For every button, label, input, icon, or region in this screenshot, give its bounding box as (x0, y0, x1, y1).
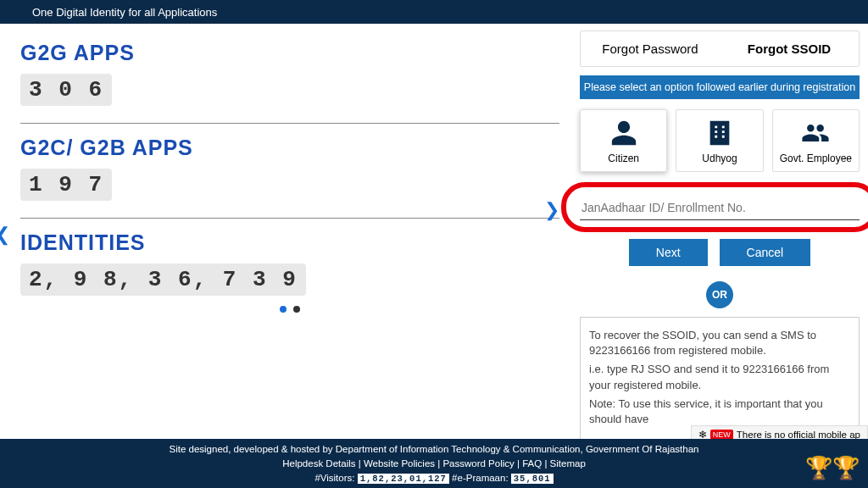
note-line: i.e. type RJ SSO and send it to 92231661… (589, 362, 850, 392)
next-button[interactable]: Next (629, 239, 708, 266)
option-label: Udhyog (702, 152, 737, 164)
carousel-prev-icon[interactable]: ❮ (0, 224, 10, 246)
option-label: Citizen (608, 152, 639, 164)
trophy-icons: 🏆🏆 (805, 452, 860, 485)
sms-recovery-note: To recover the SSOID, you can send a SMS… (580, 317, 860, 441)
epramaan-label: #e-Pramaan: (452, 473, 508, 483)
note-line: To recover the SSOID, you can send a SMS… (589, 328, 850, 358)
top-bar: One Digital Identity for all Application… (0, 0, 868, 24)
link-helpdesk[interactable]: Helpdesk Details (282, 458, 355, 469)
tab-forgot-ssoid[interactable]: Forgot SSOID (720, 31, 859, 66)
link-faq[interactable]: FAQ (522, 458, 542, 469)
janaadhaar-input[interactable] (580, 196, 860, 220)
link-policies[interactable]: Website Policies (364, 458, 435, 469)
carousel-dots (20, 301, 559, 316)
tagline: One Digital Identity for all Application… (32, 6, 217, 19)
person-icon (609, 119, 638, 147)
epramaan-counter: 35,801 (511, 474, 554, 484)
link-sitemap[interactable]: Sitemap (550, 458, 586, 469)
visitors-counter: 1,82,23,01,127 (358, 474, 449, 484)
visitors-label: #Visitors: (314, 473, 354, 483)
instruction-banner: Please select an option followed earlier… (580, 75, 860, 99)
option-citizen[interactable]: Citizen (580, 109, 667, 172)
recovery-panel: ❯ Forgot Password Forgot SSOID Please se… (580, 24, 868, 446)
g2c-value: 1 9 7 (20, 169, 112, 201)
footer: Site designed, developed & hosted by Dep… (0, 439, 868, 488)
dot[interactable] (293, 306, 300, 313)
g2g-label: G2G APPS (20, 41, 559, 65)
building-icon (705, 119, 734, 147)
cancel-button[interactable]: Cancel (720, 239, 811, 266)
g2g-value: 3 0 6 (20, 74, 112, 106)
dot[interactable] (280, 306, 287, 313)
note-line: Note: To use this service, it is importa… (589, 396, 850, 427)
or-divider: OR (706, 281, 733, 308)
option-udhyog[interactable]: Udhyog (676, 109, 763, 172)
option-label: Govt. Employee (780, 152, 852, 164)
footer-credits: Site designed, developed & hosted by Dep… (0, 442, 868, 457)
g2c-label: G2C/ G2B APPS (20, 136, 559, 160)
group-icon (801, 119, 830, 147)
identities-value: 2, 9 8, 3 6, 7 3 9 (20, 263, 306, 296)
option-govt-employee[interactable]: Govt. Employee (772, 109, 860, 172)
tab-forgot-password[interactable]: Forgot Password (581, 31, 720, 66)
link-password-policy[interactable]: Password Policy (442, 458, 514, 469)
identities-label: IDENTITIES (20, 230, 559, 255)
stats-panel: ❮ G2G APPS 3 0 6 G2C/ G2B APPS 1 9 7 IDE… (0, 24, 580, 446)
